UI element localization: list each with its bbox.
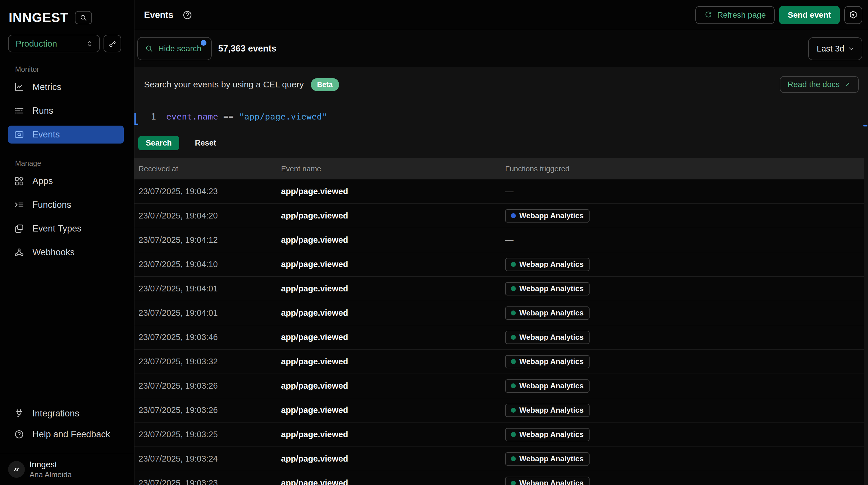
sidebar-item-integrations[interactable]: Integrations [8, 404, 124, 423]
table-row[interactable]: 23/07/2025, 19:04:23app/page.viewed— [134, 179, 868, 204]
page-help-icon[interactable] [182, 10, 192, 20]
cell-event-name: app/page.viewed [281, 211, 505, 221]
sidebar-item-webhooks[interactable]: Webhooks [8, 244, 124, 261]
sidebar-item-label: Help and Feedback [32, 429, 110, 439]
cel-heading: Search your events by using a CEL query [144, 80, 304, 89]
search-icon [80, 14, 87, 22]
cell-received-at: 23/07/2025, 19:03:23 [134, 478, 281, 485]
time-range-select[interactable]: Last 3d [808, 37, 862, 60]
code-token-plain [234, 112, 239, 121]
function-badge-label: Webapp Analytics [519, 357, 584, 366]
sidebar-item-label: Apps [32, 176, 53, 187]
cell-functions-triggered: Webapp Analytics [505, 355, 868, 368]
sidebar-spacer [0, 264, 134, 402]
column-header-received-at: Received at [134, 164, 281, 173]
refresh-page-label: Refresh page [717, 10, 766, 20]
key-icon [108, 39, 117, 48]
sidebar-item-help-and-feedback[interactable]: Help and Feedback [8, 425, 124, 443]
code-token-property: event.name [166, 112, 218, 121]
sidebar-item-functions[interactable]: Functions [8, 196, 124, 214]
hide-search-button[interactable]: Hide search [137, 37, 212, 60]
table-row[interactable]: 23/07/2025, 19:03:32app/page.viewedWebap… [134, 349, 868, 374]
cell-functions-triggered: Webapp Analytics [505, 307, 868, 320]
function-status-dot-green [511, 383, 516, 388]
sidebar-item-runs[interactable]: Runs [8, 102, 124, 120]
function-status-dot-blue [511, 213, 516, 218]
table-row[interactable]: 23/07/2025, 19:03:25app/page.viewedWebap… [134, 423, 868, 447]
chevrons-updown-icon [85, 39, 94, 48]
table-row[interactable]: 23/07/2025, 19:03:26app/page.viewedWebap… [134, 398, 868, 423]
cel-query-editor[interactable]: 1 event.name == "app/page.viewed" [134, 108, 868, 125]
read-the-docs-button[interactable]: Read the docs [780, 76, 859, 93]
cell-functions-triggered: Webapp Analytics [505, 477, 868, 485]
refresh-page-button[interactable]: Refresh page [695, 6, 775, 24]
function-badge-label: Webapp Analytics [519, 479, 584, 485]
settings-button[interactable] [844, 6, 862, 24]
function-badge[interactable]: Webapp Analytics [505, 355, 590, 368]
function-badge[interactable]: Webapp Analytics [505, 209, 590, 223]
code-token-operator: == [223, 112, 234, 121]
function-badge[interactable]: Webapp Analytics [505, 258, 590, 271]
function-badge[interactable]: Webapp Analytics [505, 307, 590, 320]
scrollbar-track[interactable] [864, 158, 868, 485]
time-range-value: Last 3d [817, 44, 844, 54]
table-row[interactable]: 23/07/2025, 19:03:24app/page.viewedWebap… [134, 447, 868, 471]
sidebar-item-event-types[interactable]: Event Types [8, 220, 124, 237]
table-row[interactable]: 23/07/2025, 19:03:46app/page.viewedWebap… [134, 325, 868, 349]
sidebar-item-label: Webhooks [32, 247, 74, 258]
integrations-icon [14, 408, 24, 419]
table-row[interactable]: 23/07/2025, 19:04:12app/page.viewed— [134, 228, 868, 252]
function-badge[interactable]: Webapp Analytics [505, 452, 590, 466]
function-badge[interactable]: Webapp Analytics [505, 379, 590, 393]
api-keys-button[interactable] [103, 35, 121, 52]
cell-event-name: app/page.viewed [281, 308, 505, 318]
environment-value: Production [16, 39, 57, 49]
sidebar-item-apps[interactable]: Apps [8, 172, 124, 190]
function-badge[interactable]: Webapp Analytics [505, 428, 590, 441]
function-status-dot-green [511, 432, 516, 437]
reset-button[interactable]: Reset [195, 139, 216, 148]
editor-cursor-mark [134, 113, 138, 125]
inngest-logo: INNGEST [9, 10, 68, 25]
metrics-icon [14, 82, 24, 92]
sidebar-nav: MonitorMetricsRunsEventsManageAppsFuncti… [0, 61, 134, 264]
profile-org: Inngest [30, 459, 72, 470]
column-header-functions-triggered: Functions triggered [505, 164, 868, 173]
function-badge[interactable]: Webapp Analytics [505, 331, 590, 344]
chevron-down-icon [847, 45, 855, 53]
sidebar-item-events[interactable]: Events [8, 125, 124, 144]
cell-functions-triggered: Webapp Analytics [505, 379, 868, 393]
cell-functions-triggered: Webapp Analytics [505, 258, 868, 271]
sidebar-item-label: Functions [32, 200, 71, 210]
cell-received-at: 23/07/2025, 19:04:23 [134, 187, 281, 196]
environment-select[interactable]: Production [8, 35, 100, 52]
table-header: Received at Event name Functions trigger… [134, 158, 868, 179]
table-row[interactable]: 23/07/2025, 19:03:23app/page.viewedWebap… [134, 471, 868, 485]
sidebar-item-label: Runs [32, 106, 53, 116]
table-row[interactable]: 23/07/2025, 19:04:10app/page.viewedWebap… [134, 252, 868, 277]
sidebar-item-metrics[interactable]: Metrics [8, 78, 124, 96]
search-button[interactable]: Search [138, 136, 179, 150]
cell-received-at: 23/07/2025, 19:04:01 [134, 308, 281, 318]
sidebar-search-button[interactable] [75, 11, 92, 24]
sidebar-item-label: Metrics [32, 82, 61, 92]
function-badge[interactable]: Webapp Analytics [505, 404, 590, 417]
send-event-button[interactable]: Send event [779, 6, 840, 24]
cell-event-name: app/page.viewed [281, 357, 505, 366]
function-status-dot-green [511, 262, 516, 267]
refresh-icon [704, 11, 713, 19]
cell-functions-triggered: Webapp Analytics [505, 452, 868, 466]
inngest-mark-icon [11, 464, 21, 474]
function-badge-label: Webapp Analytics [519, 333, 584, 342]
table-row[interactable]: 23/07/2025, 19:04:01app/page.viewedWebap… [134, 277, 868, 301]
runs-icon [14, 106, 24, 116]
function-badge[interactable]: Webapp Analytics [505, 477, 590, 485]
profile-row[interactable]: Inngest Ana Almeida [0, 454, 134, 485]
beta-badge: Beta [311, 78, 339, 91]
table-row[interactable]: 23/07/2025, 19:04:20app/page.viewedWebap… [134, 204, 868, 228]
table-row[interactable]: 23/07/2025, 19:03:26app/page.viewedWebap… [134, 374, 868, 398]
table-row[interactable]: 23/07/2025, 19:04:01app/page.viewedWebap… [134, 301, 868, 325]
events-table: Received at Event name Functions trigger… [134, 158, 868, 485]
function-badge[interactable]: Webapp Analytics [505, 282, 590, 295]
cell-event-name: app/page.viewed [281, 187, 505, 196]
